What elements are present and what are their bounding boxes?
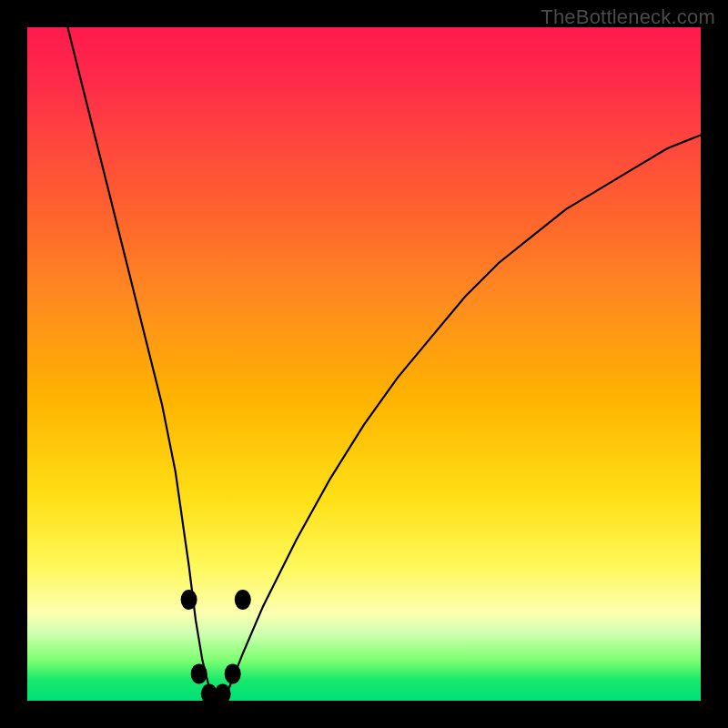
watermark-text: TheBottleneck.com: [541, 5, 715, 29]
curve-markers: [181, 590, 251, 701]
plot-area: [27, 27, 701, 701]
bottleneck-curve: [27, 27, 701, 701]
svg-point-5: [235, 590, 251, 610]
svg-point-0: [181, 590, 197, 610]
svg-point-3: [215, 684, 231, 701]
chart-frame: TheBottleneck.com: [0, 0, 728, 728]
svg-point-1: [191, 663, 207, 683]
svg-point-4: [225, 663, 241, 683]
svg-point-2: [201, 684, 217, 701]
